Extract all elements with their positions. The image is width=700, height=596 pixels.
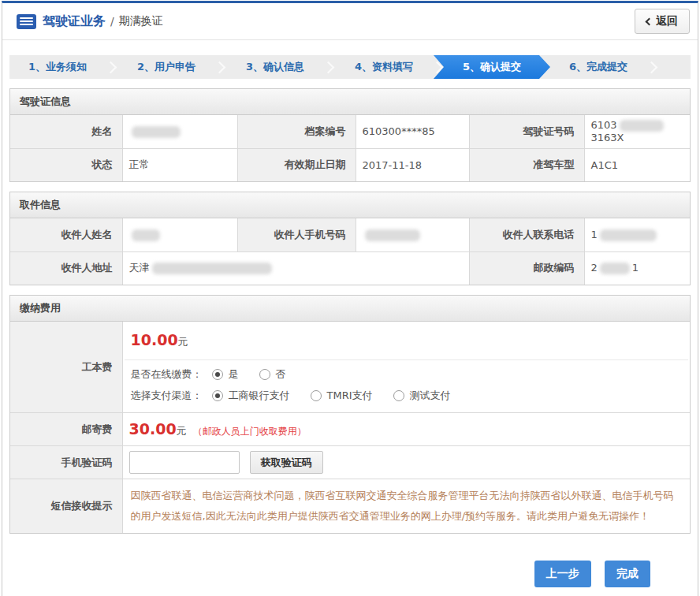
vehicle-class-value: A1C1: [584, 148, 690, 181]
postcode-label: 邮政编码: [469, 251, 584, 285]
breadcrumb-separator: /: [110, 15, 114, 28]
payment-section: 缴纳费用 工本费 10.00元 是否在线缴费： 是: [9, 295, 691, 534]
pickup-info-table: 收件人姓名 收件人手机号码 收件人联系电话 1 收件人地址 天津 邮政编码 21: [10, 218, 690, 285]
step-separator-icon: [323, 55, 336, 79]
wizard-filler: [659, 55, 691, 79]
postage-label: 邮寄费: [10, 413, 122, 446]
license-no-label: 驾驶证号码: [469, 115, 584, 148]
license-section-title: 驾驶证信息: [10, 89, 690, 115]
sms-tip-label: 短信接收提示: [10, 479, 122, 534]
redaction-blur: [132, 126, 181, 138]
table-row: 邮寄费 30.00元 （邮政人员上门收取费用）: [10, 413, 690, 446]
postage-note: （邮政人员上门收取费用）: [193, 426, 307, 437]
page-title: 驾驶证业务: [43, 13, 106, 30]
footer-actions: 上一步 完成: [2, 561, 698, 587]
page-header: 驾驶证业务 / 期满换证 返回: [2, 3, 698, 40]
radio-label: 工商银行支付: [229, 389, 290, 403]
radio-label: 测试支付: [410, 389, 451, 403]
online-pay-option-yes[interactable]: 是: [212, 367, 239, 382]
radio-label: 否: [276, 367, 286, 382]
status-value: 正常: [122, 148, 237, 181]
main-panel: 驾驶证业务 / 期满换证 返回 1、业务须知 2、用户申告 3、确认信息 4、资…: [2, 1, 698, 596]
redaction-blur: [365, 229, 420, 241]
table-row: 状态 正常 有效期止日期 2017-11-18 准驾车型 A1C1: [10, 148, 690, 181]
redaction-blur: [132, 229, 160, 241]
sms-code-input[interactable]: [129, 451, 240, 474]
license-card-icon: [17, 14, 36, 29]
card-fee-amount-row: 10.00元: [123, 322, 691, 359]
recipient-mobile-label: 收件人手机号码: [237, 218, 356, 251]
radio-selected-icon[interactable]: [212, 390, 223, 401]
step-6-complete-submit: 6、完成提交: [550, 55, 646, 79]
chevron-left-icon: [646, 17, 653, 25]
redaction-blur: [600, 229, 657, 241]
postage-amount: 30.00: [129, 420, 177, 438]
vehicle-class-label: 准驾车型: [469, 148, 584, 181]
step-separator-icon: [106, 55, 118, 79]
step-5-confirm-submit-active: 5、确认提交: [434, 55, 550, 79]
breadcrumb-current: 期满换证: [119, 14, 163, 28]
step-separator-icon: [646, 55, 659, 79]
back-button[interactable]: 返回: [635, 9, 690, 34]
step-separator-icon: [214, 55, 227, 79]
step-wizard: 1、业务须知 2、用户申告 3、确认信息 4、资料填写 5、确认提交 6、完成提…: [9, 55, 691, 79]
expiry-label: 有效期止日期: [237, 148, 356, 181]
license-info-section: 驾驶证信息 姓名 档案编号 610300****85 驾驶证号码 6103316…: [9, 88, 691, 182]
online-pay-label: 是否在线缴费：: [131, 367, 203, 382]
table-row: 收件人姓名 收件人手机号码 收件人联系电话 1: [10, 218, 690, 251]
pickup-section-title: 取件信息: [10, 192, 690, 218]
channel-option-tmri[interactable]: TMRI支付: [311, 389, 373, 403]
name-label: 姓名: [10, 115, 122, 148]
recipient-phone-value: 1: [584, 218, 690, 251]
table-row: 收件人地址 天津 邮政编码 21: [10, 251, 690, 285]
previous-step-button[interactable]: 上一步: [534, 561, 591, 587]
recipient-mobile-value-redacted: [356, 218, 469, 251]
finish-button[interactable]: 完成: [605, 561, 650, 587]
channel-option-icbc[interactable]: 工商银行支付: [212, 389, 290, 403]
online-pay-option-no[interactable]: 否: [259, 367, 286, 382]
table-row: 工本费 10.00元 是否在线缴费： 是 否: [10, 322, 690, 413]
redaction-blur: [600, 263, 630, 274]
sms-tip-text: 因陕西省联通、电信运营商技术问题，陕西省互联网交通安全综合服务管理平台无法向持陕…: [123, 479, 691, 533]
card-fee-cell: 10.00元 是否在线缴费： 是 否: [122, 322, 690, 413]
postcode-value: 21: [584, 251, 690, 285]
name-value-redacted: [122, 115, 237, 148]
recipient-address-value: 天津: [122, 251, 469, 285]
step-4-fill-materials: 4、资料填写: [336, 55, 432, 79]
radio-unselected-icon[interactable]: [311, 390, 322, 401]
table-row: 姓名 档案编号 610300****85 驾驶证号码 61033163X: [10, 115, 690, 148]
recipient-address-label: 收件人地址: [10, 251, 122, 285]
back-button-label: 返回: [656, 14, 678, 28]
step-1-business-notice: 1、业务须知: [9, 55, 106, 79]
online-pay-row: 是否在线缴费： 是 否: [123, 360, 691, 382]
channel-option-test[interactable]: 测试支付: [393, 389, 451, 403]
recipient-phone-label: 收件人联系电话: [469, 218, 584, 251]
postage-cell: 30.00元 （邮政人员上门收取费用）: [122, 413, 690, 446]
status-label: 状态: [10, 148, 122, 181]
radio-selected-icon[interactable]: [212, 369, 223, 380]
redaction-blur: [620, 120, 664, 132]
sms-code-label: 手机验证码: [10, 446, 122, 479]
recipient-name-label: 收件人姓名: [10, 218, 122, 251]
get-code-button[interactable]: 获取验证码: [250, 451, 323, 474]
yuan-unit: 元: [178, 336, 188, 348]
radio-label: 是: [229, 367, 239, 382]
table-row: 短信接收提示 因陕西省联通、电信运营商技术问题，陕西省互联网交通安全综合服务管理…: [10, 479, 690, 534]
card-fee-label: 工本费: [10, 322, 122, 413]
step-2-user-declaration: 2、用户申告: [118, 55, 214, 79]
radio-unselected-icon[interactable]: [259, 369, 270, 380]
license-info-table: 姓名 档案编号 610300****85 驾驶证号码 61033163X 状态 …: [10, 115, 690, 181]
sms-tip-cell: 因陕西省联通、电信运营商技术问题，陕西省互联网交通安全综合服务管理平台无法向持陕…: [122, 479, 690, 534]
step-3-confirm-info: 3、确认信息: [227, 55, 323, 79]
pay-channel-label: 选择支付渠道：: [131, 389, 203, 403]
yuan-unit: 元: [177, 425, 187, 437]
file-no-label: 档案编号: [237, 115, 356, 148]
pay-channel-row: 选择支付渠道： 工商银行支付 TMRI支付 测试支付: [123, 382, 691, 412]
table-row: 手机验证码 获取验证码: [10, 446, 690, 479]
payment-section-title: 缴纳费用: [10, 296, 690, 322]
expiry-value: 2017-11-18: [356, 148, 469, 181]
radio-unselected-icon[interactable]: [393, 390, 404, 401]
pickup-info-section: 取件信息 收件人姓名 收件人手机号码 收件人联系电话 1 收件人地址 天津 邮政…: [9, 192, 691, 285]
radio-label: TMRI支付: [327, 389, 373, 403]
license-no-value: 61033163X: [584, 115, 690, 148]
